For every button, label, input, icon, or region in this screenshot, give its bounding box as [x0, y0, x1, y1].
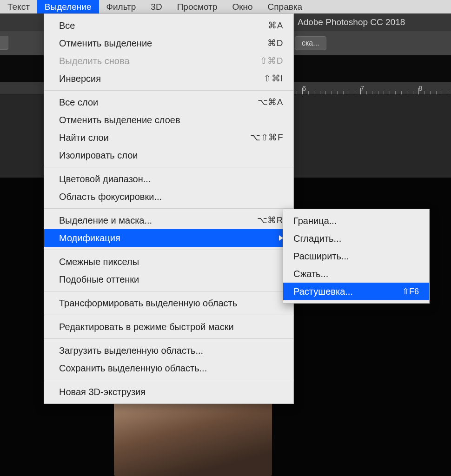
submenu-item-border[interactable]: Граница... [283, 212, 429, 230]
menu-separator [44, 338, 293, 339]
menu-separator [44, 315, 293, 315]
menu-separator [44, 208, 293, 209]
options-bar-button[interactable]: ска... [295, 36, 326, 50]
submenu-item-smooth[interactable]: Сгладить... [283, 230, 429, 247]
submenu-item-expand[interactable]: Расширить... [283, 247, 429, 265]
submenu-item-label: Расширить... [293, 249, 349, 263]
menu-item-label: Все слои [59, 95, 258, 109]
app-title: Adobe Photoshop CC 2018 [298, 17, 405, 27]
options-bar-left-fragment [0, 36, 8, 50]
menu-item-shortcut: ⌘D [267, 37, 283, 50]
ruler-tick-label: 8 [418, 84, 422, 92]
menu-item-transform-selection[interactable]: Трансформировать выделенную область [44, 294, 293, 312]
menu-text[interactable]: Текст [0, 0, 37, 14]
submenu-item-label: Сгладить... [293, 231, 341, 245]
menu-item-shortcut: ⌥⌘A [258, 96, 283, 109]
menu-item-isolate-layers[interactable]: Изолировать слои [44, 146, 293, 164]
menu-item-shortcut: ⌘A [268, 19, 283, 33]
menu-item-inverse[interactable]: Инверсия ⇧⌘I [44, 70, 293, 87]
selection-menu-dropdown: Все ⌘A Отменить выделение ⌘D Выделить сн… [44, 13, 294, 404]
menu-item-label: Модификация [59, 231, 273, 245]
menu-separator [44, 167, 293, 167]
menu-item-label: Отменить выделение [59, 36, 267, 50]
submenu-item-feather[interactable]: Растушевка... ⇧F6 [283, 283, 429, 300]
menu-separator [44, 380, 293, 380]
menu-item-modify[interactable]: Модификация [44, 229, 293, 247]
menu-item-reselect: Выделить снова ⇧⌘D [44, 52, 293, 70]
menu-item-deselect[interactable]: Отменить выделение ⌘D [44, 34, 293, 52]
menu-item-select-and-mask[interactable]: Выделение и маска... ⌥⌘R [44, 212, 293, 229]
menu-item-label: Изолировать слои [59, 148, 283, 162]
submenu-item-label: Сжать... [293, 267, 328, 281]
menu-item-new-3d-extrusion[interactable]: Новая 3D-экструзия [44, 383, 293, 401]
menu-item-label: Выделить снова [59, 54, 260, 68]
menu-item-grow[interactable]: Смежные пикселы [44, 253, 293, 271]
menu-separator [44, 291, 293, 291]
menu-item-quick-mask[interactable]: Редактировать в режиме быстрой маски [44, 318, 293, 336]
menu-item-select-all[interactable]: Все ⌘A [44, 17, 293, 34]
menu-3d[interactable]: 3D [143, 0, 169, 14]
menu-selection[interactable]: Выделение [37, 0, 99, 14]
menu-separator [44, 90, 293, 91]
menu-item-label: Выделение и маска... [59, 213, 257, 227]
ruler-tick-label: 6 [302, 84, 306, 92]
menu-item-similar[interactable]: Подобные оттенки [44, 271, 293, 288]
menu-item-label: Область фокусировки... [59, 190, 283, 204]
menu-item-label: Редактировать в режиме быстрой маски [59, 320, 283, 334]
menu-item-shortcut: ⌥⌘R [257, 214, 283, 227]
menu-item-label: Найти слои [59, 131, 250, 145]
menu-item-label: Трансформировать выделенную область [59, 296, 283, 310]
submenu-item-shortcut: ⇧F6 [402, 285, 419, 298]
menu-help[interactable]: Справка [260, 0, 310, 14]
menu-item-focus-area[interactable]: Область фокусировки... [44, 188, 293, 205]
menu-item-all-layers[interactable]: Все слои ⌥⌘A [44, 93, 293, 111]
menu-item-shortcut: ⇧⌘D [260, 54, 283, 68]
menu-view[interactable]: Просмотр [170, 0, 225, 14]
submenu-item-label: Граница... [293, 214, 337, 228]
menu-item-label: Загрузить выделенную область... [59, 344, 283, 357]
menu-item-label: Подобные оттенки [59, 272, 283, 286]
menu-item-label: Цветовой диапазон... [59, 172, 283, 186]
menu-item-color-range[interactable]: Цветовой диапазон... [44, 170, 293, 188]
submenu-item-contract[interactable]: Сжать... [283, 265, 429, 283]
submenu-item-label: Растушевка... [293, 284, 353, 298]
menu-item-load-selection[interactable]: Загрузить выделенную область... [44, 342, 293, 359]
menu-item-save-selection[interactable]: Сохранить выделенную область... [44, 359, 293, 377]
menu-item-shortcut: ⇧⌘I [264, 72, 283, 86]
menu-bar: Текст Выделение Фильтр 3D Просмотр Окно … [0, 0, 451, 13]
menu-window[interactable]: Окно [225, 0, 260, 14]
menu-item-label: Отменить выделение слоев [59, 113, 283, 127]
menu-item-label: Новая 3D-экструзия [59, 385, 283, 399]
menu-item-label: Все [59, 19, 268, 33]
menu-filter[interactable]: Фильтр [99, 0, 144, 14]
menu-item-find-layers[interactable]: Найти слои ⌥⇧⌘F [44, 129, 293, 146]
menu-separator [44, 250, 293, 250]
menu-item-label: Смежные пикселы [59, 255, 283, 269]
menu-item-shortcut: ⌥⇧⌘F [250, 131, 283, 145]
ruler-tick-label: 7 [360, 84, 364, 92]
menu-item-label: Инверсия [59, 72, 264, 86]
modify-submenu: Граница... Сгладить... Расширить... Сжат… [283, 209, 430, 304]
menu-item-label: Сохранить выделенную область... [59, 361, 283, 375]
menu-item-deselect-layers[interactable]: Отменить выделение слоев [44, 111, 293, 129]
